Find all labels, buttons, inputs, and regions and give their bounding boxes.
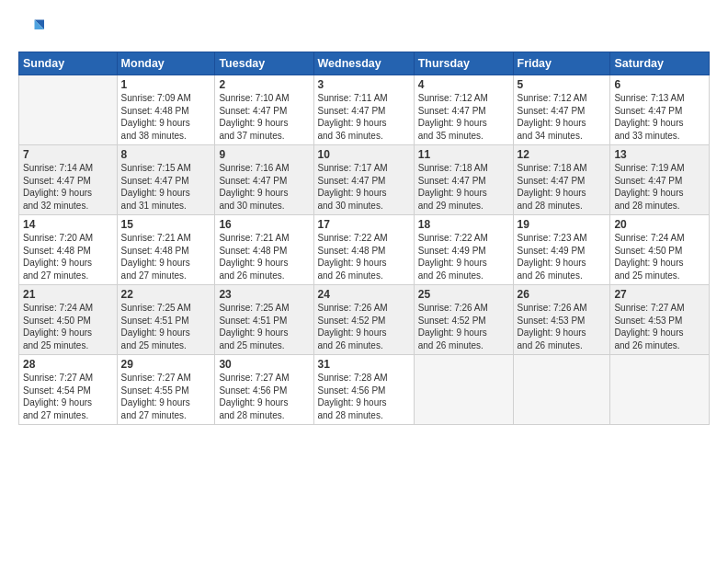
weekday-tuesday: Tuesday — [215, 52, 313, 75]
week-row-2: 7Sunrise: 7:14 AM Sunset: 4:47 PM Daylig… — [19, 145, 710, 215]
day-info: Sunrise: 7:22 AM Sunset: 4:49 PM Dayligh… — [418, 232, 509, 282]
day-number: 22 — [121, 288, 211, 301]
calendar-cell: 1Sunrise: 7:09 AM Sunset: 4:48 PM Daylig… — [117, 75, 215, 145]
calendar-cell: 13Sunrise: 7:19 AM Sunset: 4:47 PM Dayli… — [610, 145, 710, 215]
calendar-cell: 2Sunrise: 7:10 AM Sunset: 4:47 PM Daylig… — [215, 75, 313, 145]
day-info: Sunrise: 7:12 AM Sunset: 4:47 PM Dayligh… — [418, 92, 509, 142]
day-number: 20 — [614, 218, 705, 231]
day-info: Sunrise: 7:21 AM Sunset: 4:48 PM Dayligh… — [219, 232, 309, 282]
calendar-cell: 8Sunrise: 7:15 AM Sunset: 4:47 PM Daylig… — [117, 145, 215, 215]
day-info: Sunrise: 7:20 AM Sunset: 4:48 PM Dayligh… — [23, 232, 113, 282]
day-info: Sunrise: 7:23 AM Sunset: 4:49 PM Dayligh… — [518, 232, 607, 282]
day-info: Sunrise: 7:11 AM Sunset: 4:47 PM Dayligh… — [318, 92, 410, 142]
day-number: 8 — [121, 148, 211, 161]
calendar-cell: 25Sunrise: 7:26 AM Sunset: 4:52 PM Dayli… — [414, 285, 513, 355]
day-number: 7 — [23, 148, 113, 161]
day-info: Sunrise: 7:28 AM Sunset: 4:56 PM Dayligh… — [318, 372, 410, 421]
calendar-cell: 3Sunrise: 7:11 AM Sunset: 4:47 PM Daylig… — [313, 75, 414, 145]
day-number: 29 — [121, 358, 211, 371]
day-info: Sunrise: 7:18 AM Sunset: 4:47 PM Dayligh… — [518, 162, 607, 212]
day-number: 15 — [121, 218, 211, 231]
day-info: Sunrise: 7:21 AM Sunset: 4:48 PM Dayligh… — [121, 232, 211, 282]
day-info: Sunrise: 7:12 AM Sunset: 4:47 PM Dayligh… — [518, 92, 607, 142]
day-info: Sunrise: 7:24 AM Sunset: 4:50 PM Dayligh… — [614, 232, 705, 282]
day-number: 9 — [219, 148, 309, 161]
weekday-saturday: Saturday — [610, 52, 710, 75]
calendar-cell: 10Sunrise: 7:17 AM Sunset: 4:47 PM Dayli… — [313, 145, 414, 215]
day-number: 13 — [614, 148, 705, 161]
calendar-cell: 14Sunrise: 7:20 AM Sunset: 4:48 PM Dayli… — [19, 215, 118, 285]
day-info: Sunrise: 7:13 AM Sunset: 4:47 PM Dayligh… — [614, 92, 705, 142]
day-info: Sunrise: 7:10 AM Sunset: 4:47 PM Dayligh… — [219, 92, 309, 142]
calendar-cell: 23Sunrise: 7:25 AM Sunset: 4:51 PM Dayli… — [215, 285, 313, 355]
day-info: Sunrise: 7:27 AM Sunset: 4:55 PM Dayligh… — [121, 372, 211, 421]
logo-icon — [18, 17, 44, 42]
day-number: 25 — [418, 288, 509, 301]
day-number: 6 — [614, 78, 705, 91]
calendar-cell: 17Sunrise: 7:22 AM Sunset: 4:48 PM Dayli… — [313, 215, 414, 285]
day-info: Sunrise: 7:25 AM Sunset: 4:51 PM Dayligh… — [219, 302, 309, 351]
week-row-4: 21Sunrise: 7:24 AM Sunset: 4:50 PM Dayli… — [19, 285, 710, 355]
day-number: 14 — [23, 218, 113, 231]
day-info: Sunrise: 7:18 AM Sunset: 4:47 PM Dayligh… — [418, 162, 509, 212]
day-number: 12 — [518, 148, 607, 161]
day-number: 3 — [318, 78, 410, 91]
day-info: Sunrise: 7:24 AM Sunset: 4:50 PM Dayligh… — [23, 302, 113, 351]
day-number: 4 — [418, 78, 509, 91]
calendar-cell: 22Sunrise: 7:25 AM Sunset: 4:51 PM Dayli… — [117, 285, 215, 355]
day-number: 1 — [121, 78, 211, 91]
day-number: 23 — [219, 288, 309, 301]
calendar-cell: 11Sunrise: 7:18 AM Sunset: 4:47 PM Dayli… — [414, 145, 513, 215]
day-number: 27 — [614, 288, 705, 301]
calendar-cell: 26Sunrise: 7:26 AM Sunset: 4:53 PM Dayli… — [513, 285, 610, 355]
calendar-cell: 28Sunrise: 7:27 AM Sunset: 4:54 PM Dayli… — [19, 355, 118, 425]
day-info: Sunrise: 7:19 AM Sunset: 4:47 PM Dayligh… — [614, 162, 705, 212]
calendar-cell — [19, 75, 118, 145]
day-number: 11 — [418, 148, 509, 161]
logo — [18, 17, 48, 42]
week-row-1: 1Sunrise: 7:09 AM Sunset: 4:48 PM Daylig… — [19, 75, 710, 145]
day-number: 28 — [23, 358, 113, 371]
day-number: 21 — [23, 288, 113, 301]
calendar-cell: 12Sunrise: 7:18 AM Sunset: 4:47 PM Dayli… — [513, 145, 610, 215]
weekday-header-row: SundayMondayTuesdayWednesdayThursdayFrid… — [19, 52, 710, 75]
calendar-cell: 30Sunrise: 7:27 AM Sunset: 4:56 PM Dayli… — [215, 355, 313, 425]
day-number: 18 — [418, 218, 509, 231]
calendar-cell: 4Sunrise: 7:12 AM Sunset: 4:47 PM Daylig… — [414, 75, 513, 145]
day-number: 31 — [318, 358, 410, 371]
calendar-cell: 20Sunrise: 7:24 AM Sunset: 4:50 PM Dayli… — [610, 215, 710, 285]
day-info: Sunrise: 7:22 AM Sunset: 4:48 PM Dayligh… — [318, 232, 410, 282]
day-info: Sunrise: 7:15 AM Sunset: 4:47 PM Dayligh… — [121, 162, 211, 212]
weekday-friday: Friday — [513, 52, 610, 75]
calendar-cell: 16Sunrise: 7:21 AM Sunset: 4:48 PM Dayli… — [215, 215, 313, 285]
day-info: Sunrise: 7:27 AM Sunset: 4:53 PM Dayligh… — [614, 302, 705, 351]
day-number: 17 — [318, 218, 410, 231]
day-info: Sunrise: 7:14 AM Sunset: 4:47 PM Dayligh… — [23, 162, 113, 212]
day-info: Sunrise: 7:17 AM Sunset: 4:47 PM Dayligh… — [318, 162, 410, 212]
day-number: 16 — [219, 218, 309, 231]
calendar-cell — [513, 355, 610, 425]
calendar-cell: 31Sunrise: 7:28 AM Sunset: 4:56 PM Dayli… — [313, 355, 414, 425]
day-info: Sunrise: 7:27 AM Sunset: 4:56 PM Dayligh… — [219, 372, 309, 421]
day-info: Sunrise: 7:27 AM Sunset: 4:54 PM Dayligh… — [23, 372, 113, 421]
calendar-cell: 9Sunrise: 7:16 AM Sunset: 4:47 PM Daylig… — [215, 145, 313, 215]
weekday-wednesday: Wednesday — [313, 52, 414, 75]
calendar-cell: 24Sunrise: 7:26 AM Sunset: 4:52 PM Dayli… — [313, 285, 414, 355]
calendar-cell: 5Sunrise: 7:12 AM Sunset: 4:47 PM Daylig… — [513, 75, 610, 145]
day-number: 19 — [518, 218, 607, 231]
page: SundayMondayTuesdayWednesdayThursdayFrid… — [0, 0, 728, 563]
calendar-cell: 18Sunrise: 7:22 AM Sunset: 4:49 PM Dayli… — [414, 215, 513, 285]
day-number: 5 — [518, 78, 607, 91]
week-row-5: 28Sunrise: 7:27 AM Sunset: 4:54 PM Dayli… — [19, 355, 710, 425]
day-number: 2 — [219, 78, 309, 91]
day-info: Sunrise: 7:26 AM Sunset: 4:53 PM Dayligh… — [518, 302, 607, 351]
calendar-cell: 19Sunrise: 7:23 AM Sunset: 4:49 PM Dayli… — [513, 215, 610, 285]
weekday-thursday: Thursday — [414, 52, 513, 75]
day-number: 24 — [318, 288, 410, 301]
weekday-sunday: Sunday — [19, 52, 118, 75]
day-number: 26 — [518, 288, 607, 301]
calendar-table: SundayMondayTuesdayWednesdayThursdayFrid… — [18, 52, 710, 425]
calendar-cell: 21Sunrise: 7:24 AM Sunset: 4:50 PM Dayli… — [19, 285, 118, 355]
day-info: Sunrise: 7:26 AM Sunset: 4:52 PM Dayligh… — [418, 302, 509, 351]
calendar-cell: 27Sunrise: 7:27 AM Sunset: 4:53 PM Dayli… — [610, 285, 710, 355]
